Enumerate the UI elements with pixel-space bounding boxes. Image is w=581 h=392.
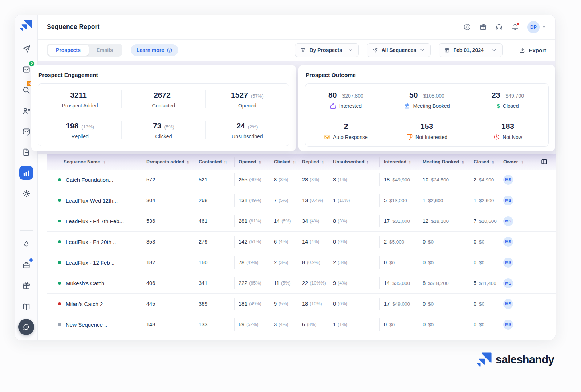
sidebar-divider (20, 230, 33, 231)
unsubscribed-value: 1 (333, 322, 336, 327)
table-row[interactable]: LeadFlux - Fri 7th Feb... 536 461 281(61… (47, 211, 556, 232)
sort-icon[interactable]: ↑↓ (461, 160, 464, 164)
sort-icon[interactable]: ↑↓ (258, 160, 261, 164)
owner-avatar[interactable]: MS (503, 237, 513, 247)
col-sequence-name[interactable]: Sequence Name↑↓ (47, 154, 142, 170)
stat-label: Replied (40, 134, 119, 139)
sequence-status-dot (58, 199, 61, 202)
col-prospects-added[interactable]: Prospects added↑↓ (142, 154, 194, 170)
table-row[interactable]: Mukesh’s Catch .. 406 341 222(65%) 11(5%… (47, 273, 556, 294)
user-avatar[interactable]: DP (527, 21, 540, 33)
col-clicked[interactable]: Clicked↑↓ (269, 154, 298, 170)
contacted-value: 369 (199, 301, 207, 307)
all-sequences-dropdown[interactable]: All Sequences (367, 43, 431, 57)
sequences-send-icon[interactable] (19, 42, 33, 56)
sequence-name[interactable]: LeadFlux - 12 Feb .. (66, 260, 114, 266)
stat-value: 23 (492, 91, 500, 99)
stat-label: Prospect Added (40, 103, 119, 109)
sort-icon[interactable]: ↑↓ (102, 160, 105, 164)
tab-emails[interactable]: Emails (89, 45, 121, 56)
export-button[interactable]: Export (519, 47, 546, 53)
stat-value: 50 (409, 91, 418, 99)
gift-icon[interactable] (479, 23, 487, 31)
owner-avatar[interactable]: MS (503, 320, 513, 330)
tab-prospects[interactable]: Prospects (48, 45, 89, 56)
browser-extension-icon[interactable] (463, 23, 471, 31)
saleshandy-logo-icon (477, 352, 492, 367)
owner-avatar[interactable]: MS (503, 175, 513, 185)
sequence-name[interactable]: Mukesh’s Catch .. (66, 280, 109, 286)
analytics-chart-icon[interactable] (19, 166, 33, 180)
sort-icon[interactable]: ↑↓ (187, 160, 189, 164)
sequence-name[interactable]: New Sequence .. (66, 322, 107, 328)
unsubscribed-pct: (0%) (338, 301, 347, 306)
col-opened[interactable]: Opened↑↓ (234, 154, 269, 170)
sequence-name[interactable]: LeadFlux - Fri 7th Feb... (66, 218, 124, 224)
user-menu[interactable]: DP (527, 21, 546, 33)
knowledge-book-icon[interactable] (19, 299, 33, 313)
table-row[interactable]: Catch Foundation... 572 521 255(49%) 8(3… (47, 170, 556, 190)
saleshandy-logo-icon[interactable] (20, 19, 32, 33)
sort-icon[interactable]: ↑↓ (491, 160, 494, 164)
sort-icon[interactable]: ↑↓ (293, 160, 295, 164)
sequence-name[interactable]: Catch Foundation... (66, 177, 113, 183)
stat-label: Unsubscribed (208, 134, 287, 139)
stat-money: $207,800 (342, 93, 363, 99)
column-settings-icon[interactable] (528, 154, 556, 170)
replied-pct: (0.4%) (310, 198, 323, 203)
clicked-pct: (3%) (279, 260, 288, 265)
interested-money: $35,000 (392, 281, 410, 286)
stat-closed: 23$49,700 $Closed (467, 84, 548, 115)
stat-label: Interested (339, 103, 362, 109)
opened-value: 69 (239, 322, 244, 327)
owner-avatar[interactable]: MS (503, 278, 513, 288)
rewards-gift-icon[interactable] (19, 279, 33, 293)
by-prospects-dropdown[interactable]: By Prospects (295, 43, 359, 57)
sort-icon[interactable]: ↑↓ (321, 160, 324, 164)
replied-value: 6 (302, 322, 305, 327)
col-meeting-booked[interactable]: Meeting Booked↑↓ (418, 154, 469, 170)
table-row[interactable]: LeadFlux - Fri 20th .. 353 279 142(51%) … (47, 232, 556, 252)
owner-avatar[interactable]: MS (503, 216, 513, 226)
settings-gear-icon[interactable] (19, 187, 33, 200)
sequence-name[interactable]: LeadFlux-Wed 12th... (66, 197, 118, 204)
stat-replied: 198(13%) Replied (38, 115, 122, 146)
sort-icon[interactable]: ↑↓ (520, 160, 523, 164)
learn-more-button[interactable]: Learn more (131, 44, 178, 56)
col-interested[interactable]: Interested↑↓ (379, 154, 418, 170)
meeting-booked-money: $2,600 (428, 198, 443, 203)
stat-money: $108,000 (423, 93, 444, 99)
sequence-name[interactable]: LeadFlux - Fri 20th .. (66, 239, 116, 245)
col-owner[interactable]: Owner↑↓ (499, 154, 528, 170)
workspace-briefcase-icon[interactable] (19, 258, 33, 272)
table-row[interactable]: LeadFlux - 12 Feb .. 182 160 78(49%) 2(3… (47, 252, 556, 273)
col-closed[interactable]: Closed↑↓ (469, 154, 499, 170)
sort-icon[interactable]: ↑↓ (224, 160, 227, 164)
stat-extra: (2%) (248, 124, 258, 130)
col-replied[interactable]: Replied↑↓ (298, 154, 329, 170)
meeting-booked-money: $0 (428, 322, 434, 327)
prospects-added-value: 406 (146, 280, 155, 286)
owner-avatar[interactable]: MS (503, 299, 513, 309)
topbar-actions: DP (463, 21, 546, 33)
owner-avatar[interactable]: MS (503, 196, 513, 205)
sequence-name[interactable]: Milan’s Catch 2 (66, 301, 103, 307)
opened-pct: (52%) (246, 322, 258, 327)
sort-icon[interactable]: ↑↓ (409, 160, 411, 164)
support-headset-icon[interactable] (495, 23, 503, 31)
clicked-value: 6 (274, 239, 277, 245)
col-unsubscribed[interactable]: Unsubscribed↑↓ (329, 154, 379, 170)
prospect-engagement-card: Prospect Engagement 3211 Prospect Added … (31, 65, 296, 151)
date-picker[interactable]: Feb 01, 2024 (439, 43, 503, 57)
opened-value: 255 (239, 177, 247, 183)
owner-avatar[interactable]: MS (503, 258, 513, 268)
opened-value: 281 (239, 218, 247, 224)
col-contacted[interactable]: Contacted↑↓ (194, 154, 234, 170)
support-chat-icon[interactable] (18, 319, 34, 335)
table-row[interactable]: LeadFlux-Wed 12th... 304 268 131(49%) 7(… (47, 190, 556, 211)
table-row[interactable]: New Sequence .. 148 133 69(52%) 3(4%) 6(… (47, 314, 556, 335)
notifications-bell-icon[interactable] (511, 23, 519, 31)
sort-icon[interactable]: ↑↓ (367, 160, 369, 164)
table-row[interactable]: Milan’s Catch 2 445 369 181(49%) 9(5%) 1… (47, 294, 556, 314)
whats-hot-flame-icon[interactable] (19, 237, 33, 251)
